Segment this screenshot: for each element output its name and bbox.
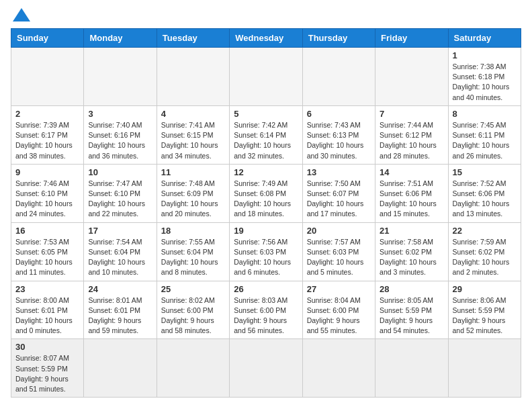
calendar-cell: 3Sunrise: 7:40 AM Sunset: 6:16 PM Daylig…: [84, 105, 157, 164]
day-number: 19: [234, 226, 298, 236]
day-info: Sunrise: 7:42 AM Sunset: 6:14 PM Dayligh…: [234, 120, 298, 161]
calendar-cell: 10Sunrise: 7:47 AM Sunset: 6:10 PM Dayli…: [84, 164, 157, 222]
day-number: 15: [453, 167, 517, 177]
day-info: Sunrise: 7:44 AM Sunset: 6:12 PM Dayligh…: [380, 120, 443, 161]
logo: [11, 11, 30, 21]
day-info: Sunrise: 8:03 AM Sunset: 6:00 PM Dayligh…: [234, 295, 298, 336]
calendar-cell: [302, 48, 375, 106]
day-info: Sunrise: 7:47 AM Sunset: 6:10 PM Dayligh…: [88, 179, 152, 220]
week-row-6: 30Sunrise: 8:07 AM Sunset: 5:59 PM Dayli…: [11, 339, 521, 398]
day-number: 25: [161, 284, 225, 294]
week-row-4: 16Sunrise: 7:53 AM Sunset: 6:05 PM Dayli…: [11, 222, 521, 281]
week-row-5: 23Sunrise: 8:00 AM Sunset: 6:01 PM Dayli…: [11, 281, 521, 339]
day-number: 9: [15, 167, 79, 177]
calendar-cell: 28Sunrise: 8:05 AM Sunset: 5:59 PM Dayli…: [375, 281, 448, 339]
day-number: 24: [88, 284, 152, 294]
calendar-cell: 17Sunrise: 7:54 AM Sunset: 6:04 PM Dayli…: [84, 222, 157, 281]
calendar-cell: [448, 339, 521, 398]
calendar-cell: [230, 339, 302, 398]
calendar-cell: 5Sunrise: 7:42 AM Sunset: 6:14 PM Daylig…: [230, 105, 302, 164]
day-number: 6: [307, 109, 371, 119]
day-number: 7: [380, 109, 443, 119]
day-number: 22: [453, 226, 517, 236]
calendar-cell: 26Sunrise: 8:03 AM Sunset: 6:00 PM Dayli…: [230, 281, 302, 339]
calendar-cell: 1Sunrise: 7:38 AM Sunset: 6:18 PM Daylig…: [448, 48, 521, 106]
day-info: Sunrise: 7:40 AM Sunset: 6:16 PM Dayligh…: [88, 120, 152, 161]
day-info: Sunrise: 8:04 AM Sunset: 6:00 PM Dayligh…: [307, 295, 371, 336]
calendar-cell: 21Sunrise: 7:58 AM Sunset: 6:02 PM Dayli…: [375, 222, 448, 281]
day-number: 3: [88, 109, 152, 119]
day-number: 12: [234, 167, 298, 177]
weekday-thursday: Thursday: [302, 29, 375, 48]
day-info: Sunrise: 8:00 AM Sunset: 6:01 PM Dayligh…: [15, 295, 79, 336]
day-info: Sunrise: 7:43 AM Sunset: 6:13 PM Dayligh…: [307, 120, 371, 161]
calendar-cell: 16Sunrise: 7:53 AM Sunset: 6:05 PM Dayli…: [11, 222, 84, 281]
calendar-cell: 4Sunrise: 7:41 AM Sunset: 6:15 PM Daylig…: [157, 105, 229, 164]
day-info: Sunrise: 7:48 AM Sunset: 6:09 PM Dayligh…: [161, 179, 225, 220]
weekday-header-row: SundayMondayTuesdayWednesdayThursdayFrid…: [11, 29, 521, 48]
day-number: 10: [88, 167, 152, 177]
weekday-tuesday: Tuesday: [157, 29, 229, 48]
calendar-cell: [375, 48, 448, 106]
day-info: Sunrise: 7:57 AM Sunset: 6:03 PM Dayligh…: [307, 237, 371, 278]
day-number: 27: [307, 284, 371, 294]
day-info: Sunrise: 8:05 AM Sunset: 5:59 PM Dayligh…: [380, 295, 443, 336]
day-info: Sunrise: 7:55 AM Sunset: 6:04 PM Dayligh…: [161, 237, 225, 278]
day-info: Sunrise: 7:45 AM Sunset: 6:11 PM Dayligh…: [453, 120, 517, 161]
day-number: 28: [380, 284, 443, 294]
calendar: SundayMondayTuesdayWednesdayThursdayFrid…: [11, 28, 521, 398]
day-number: 1: [453, 50, 517, 60]
calendar-cell: 27Sunrise: 8:04 AM Sunset: 6:00 PM Dayli…: [302, 281, 375, 339]
day-number: 2: [15, 109, 79, 119]
calendar-cell: [84, 339, 157, 398]
day-info: Sunrise: 7:54 AM Sunset: 6:04 PM Dayligh…: [88, 237, 152, 278]
week-row-2: 2Sunrise: 7:39 AM Sunset: 6:17 PM Daylig…: [11, 105, 521, 164]
calendar-cell: [157, 48, 229, 106]
weekday-wednesday: Wednesday: [230, 29, 302, 48]
day-number: 23: [15, 284, 79, 294]
day-info: Sunrise: 8:02 AM Sunset: 6:00 PM Dayligh…: [161, 295, 225, 336]
weekday-saturday: Saturday: [448, 29, 521, 48]
day-info: Sunrise: 7:51 AM Sunset: 6:06 PM Dayligh…: [380, 179, 443, 220]
day-number: 20: [307, 226, 371, 236]
calendar-cell: 29Sunrise: 8:06 AM Sunset: 5:59 PM Dayli…: [448, 281, 521, 339]
calendar-cell: 7Sunrise: 7:44 AM Sunset: 6:12 PM Daylig…: [375, 105, 448, 164]
day-number: 16: [15, 226, 79, 236]
day-info: Sunrise: 7:53 AM Sunset: 6:05 PM Dayligh…: [15, 237, 79, 278]
calendar-cell: 15Sunrise: 7:52 AM Sunset: 6:06 PM Dayli…: [448, 164, 521, 222]
calendar-cell: [375, 339, 448, 398]
day-number: 8: [453, 109, 517, 119]
day-number: 11: [161, 167, 225, 177]
day-number: 18: [161, 226, 225, 236]
calendar-cell: 9Sunrise: 7:46 AM Sunset: 6:10 PM Daylig…: [11, 164, 84, 222]
day-info: Sunrise: 8:06 AM Sunset: 5:59 PM Dayligh…: [453, 295, 517, 336]
day-number: 30: [15, 342, 79, 352]
calendar-cell: 8Sunrise: 7:45 AM Sunset: 6:11 PM Daylig…: [448, 105, 521, 164]
week-row-1: 1Sunrise: 7:38 AM Sunset: 6:18 PM Daylig…: [11, 48, 521, 106]
calendar-cell: [84, 48, 157, 106]
calendar-cell: 11Sunrise: 7:48 AM Sunset: 6:09 PM Dayli…: [157, 164, 229, 222]
day-info: Sunrise: 7:56 AM Sunset: 6:03 PM Dayligh…: [234, 237, 298, 278]
calendar-cell: 2Sunrise: 7:39 AM Sunset: 6:17 PM Daylig…: [11, 105, 84, 164]
day-number: 4: [161, 109, 225, 119]
calendar-cell: 13Sunrise: 7:50 AM Sunset: 6:07 PM Dayli…: [302, 164, 375, 222]
day-info: Sunrise: 7:39 AM Sunset: 6:17 PM Dayligh…: [15, 120, 79, 161]
calendar-cell: [302, 339, 375, 398]
day-info: Sunrise: 7:52 AM Sunset: 6:06 PM Dayligh…: [453, 179, 517, 220]
day-info: Sunrise: 7:59 AM Sunset: 6:02 PM Dayligh…: [453, 237, 517, 278]
day-info: Sunrise: 7:41 AM Sunset: 6:15 PM Dayligh…: [161, 120, 225, 161]
day-number: 17: [88, 226, 152, 236]
calendar-cell: 22Sunrise: 7:59 AM Sunset: 6:02 PM Dayli…: [448, 222, 521, 281]
header-section: [11, 11, 521, 21]
calendar-cell: 23Sunrise: 8:00 AM Sunset: 6:01 PM Dayli…: [11, 281, 84, 339]
calendar-cell: 19Sunrise: 7:56 AM Sunset: 6:03 PM Dayli…: [230, 222, 302, 281]
calendar-cell: [230, 48, 302, 106]
calendar-cell: 18Sunrise: 7:55 AM Sunset: 6:04 PM Dayli…: [157, 222, 229, 281]
day-info: Sunrise: 8:01 AM Sunset: 6:01 PM Dayligh…: [88, 295, 152, 336]
week-row-3: 9Sunrise: 7:46 AM Sunset: 6:10 PM Daylig…: [11, 164, 521, 222]
calendar-cell: 25Sunrise: 8:02 AM Sunset: 6:00 PM Dayli…: [157, 281, 229, 339]
calendar-cell: 30Sunrise: 8:07 AM Sunset: 5:59 PM Dayli…: [11, 339, 84, 398]
calendar-cell: 14Sunrise: 7:51 AM Sunset: 6:06 PM Dayli…: [375, 164, 448, 222]
day-number: 21: [380, 226, 443, 236]
calendar-cell: 24Sunrise: 8:01 AM Sunset: 6:01 PM Dayli…: [84, 281, 157, 339]
